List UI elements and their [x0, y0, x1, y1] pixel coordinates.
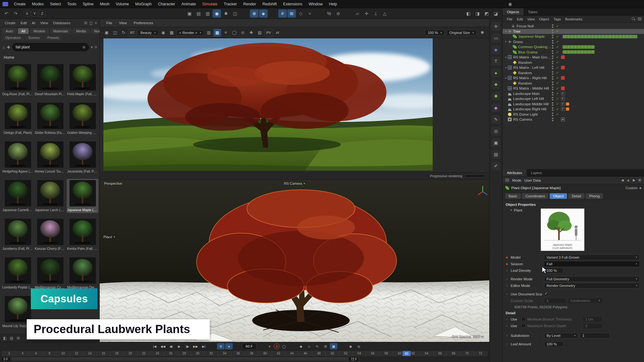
object-manager-menu-item[interactable]: Object [537, 17, 551, 21]
visibility-toggle-dots[interactable] [552, 30, 553, 33]
transport-button[interactable] [233, 343, 242, 349]
menu-item[interactable]: Tracker [221, 0, 240, 8]
toolbar-button[interactable]: % [325, 9, 333, 18]
asset-item[interactable]: Lombardy Poplar (Fall... [2, 256, 34, 290]
transport-button[interactable]: |◀ [151, 343, 158, 349]
menu-item[interactable]: Mesh [97, 0, 113, 8]
manager-tab[interactable]: Attributes [502, 169, 527, 176]
menu-item[interactable]: Modes [29, 0, 47, 8]
filter-menu-icon[interactable] [638, 18, 641, 20]
palette-tool-button[interactable]: ✛ [491, 22, 500, 31]
object-tag-icon[interactable] [561, 92, 565, 96]
transport-button[interactable]: ↻ [314, 343, 321, 349]
menu-item[interactable]: Animate [178, 0, 199, 8]
object-manager-menu-item[interactable]: Bookmarks [563, 17, 584, 21]
material-tags-strip[interactable] [563, 35, 637, 38]
toolbar-button[interactable]: ▣ [185, 9, 194, 18]
enable-check-icon[interactable]: ✓ [555, 86, 560, 90]
renderview-display-option[interactable]: Original Size [447, 30, 477, 36]
object-manager-menu-item[interactable]: Tags [552, 17, 563, 21]
min-branch-field[interactable]: 1 cm [583, 316, 602, 322]
material-tags-strip[interactable] [563, 50, 595, 54]
transport-button[interactable]: |▶ [184, 343, 191, 349]
expand-caret-icon[interactable]: ▾ [504, 56, 508, 59]
browser-settings-icon[interactable]: ≡ [95, 45, 97, 49]
visibility-toggle-dots[interactable] [552, 71, 553, 75]
menu-item[interactable]: Extensions [280, 0, 305, 8]
object-row[interactable]: ▾ RS Matrix - Right Hill ✓ [502, 75, 644, 81]
use-document-scale-checkbox[interactable] [544, 292, 548, 296]
object-manager-menu-item[interactable]: File [505, 17, 514, 21]
menu-item[interactable]: Character [155, 0, 178, 8]
transport-button[interactable]: ◆ [297, 343, 305, 349]
toolbar-button[interactable]: ⊕ [250, 9, 258, 18]
palette-tool-button[interactable]: ✐ [491, 162, 500, 170]
object-row[interactable]: RS Camera ✓ [502, 117, 644, 122]
range-end-field[interactable]: 72 F [348, 357, 359, 361]
browser-subfilter-tab[interactable]: Operators [2, 35, 24, 40]
menu-item[interactable]: Spline [80, 0, 97, 8]
viewport-canvas[interactable] [100, 180, 489, 342]
keyframe-circle-icon[interactable] [505, 334, 509, 337]
enable-check-icon[interactable]: ✓ [555, 60, 560, 64]
palette-tool-button[interactable]: T [491, 57, 500, 66]
visibility-toggle-dots[interactable] [552, 118, 553, 121]
timeline-scrubber[interactable]: 60 [402, 351, 411, 356]
keyframe-icon[interactable] [505, 256, 509, 259]
toolbar-button[interactable] [315, 9, 324, 18]
toolbar-button[interactable]: ↶ [2, 9, 11, 18]
range-start-field[interactable]: 0 F [1, 357, 10, 361]
visibility-toggle-dots[interactable] [552, 61, 553, 64]
visibility-toggle-dots[interactable] [552, 55, 553, 59]
palette-tool-button[interactable]: ▭ [491, 34, 500, 42]
enable-check-icon[interactable]: ✓ [555, 81, 560, 85]
toolbar-button[interactable] [343, 9, 353, 18]
browser-filter-tab[interactable]: Auto [2, 28, 17, 34]
attribute-tab[interactable]: Object [550, 193, 567, 199]
renderview-tool-button[interactable]: ▦ [168, 29, 175, 36]
enable-check-icon[interactable]: ✓ [555, 29, 560, 33]
renderview-tool-button[interactable]: ▩ [214, 29, 221, 36]
visibility-toggle-dots[interactable] [552, 66, 553, 69]
renderview-tool-button[interactable]: ▣ [103, 29, 110, 36]
enable-check-icon[interactable]: ✓ [555, 107, 560, 111]
asset-item[interactable]: Globe Robinia (Fall, Pl... [34, 101, 66, 136]
transport-button[interactable]: ◀| [167, 343, 175, 349]
palette-tool-button[interactable]: ◎ [491, 127, 500, 135]
toolbar-button[interactable] [240, 9, 249, 18]
grid-view-icon[interactable]: ⊞ [84, 21, 87, 25]
transport-button[interactable]: ▶▶ [192, 343, 199, 349]
asset-item[interactable]: Ginkgo (Fall, Plant) [2, 101, 34, 136]
toolbar-button[interactable]: ▱ [353, 9, 362, 18]
keyframe-circle-icon[interactable] [505, 343, 509, 346]
enable-check-icon[interactable]: ✓ [555, 71, 560, 75]
palette-tool-button[interactable]: ✎ [491, 115, 500, 124]
object-tag-icon[interactable] [561, 97, 565, 101]
object-tag-icon[interactable] [561, 55, 565, 59]
object-row[interactable]: Random ✓ [502, 60, 644, 65]
visibility-toggle-dots[interactable] [552, 97, 553, 101]
menubar-extra-icon[interactable]: ▣ [508, 2, 512, 6]
toolbar-button[interactable]: ⊥ [371, 9, 380, 18]
browser-filter-tab[interactable]: Models [30, 28, 48, 34]
model-dropdown[interactable]: Variant 3 Full-Grown [544, 255, 640, 260]
renderview-tool-button[interactable]: PV [264, 29, 273, 36]
transport-button[interactable]: ▶ [175, 343, 183, 349]
toolbar-button[interactable] [46, 9, 185, 18]
app-logo-icon[interactable] [3, 2, 8, 6]
home-icon[interactable]: ⌂ [3, 45, 5, 50]
enable-check-icon[interactable]: ✓ [555, 97, 560, 101]
timeline-ruler[interactable]: 2468101214161820222426283032343638404244… [1, 350, 488, 357]
browser-filter-tab[interactable]: Materials [50, 28, 72, 34]
mode-label[interactable]: Mode [512, 178, 521, 182]
active-camera-label[interactable]: RS Camera [284, 182, 305, 185]
object-row[interactable]: Common Quaking Grass ✓ [502, 44, 644, 50]
object-row[interactable]: Landscape Right Hill ✓ [502, 107, 644, 112]
toolbar-button[interactable] [20, 9, 23, 18]
visibility-toggle-dots[interactable] [552, 86, 553, 90]
object-row[interactable]: ▾ Grass ✓ [502, 39, 644, 45]
custom-preset-label[interactable]: Custom [625, 186, 637, 190]
visibility-toggle-dots[interactable] [552, 24, 553, 28]
visibility-toggle-dots[interactable] [552, 50, 553, 54]
enable-check-icon[interactable]: ✓ [555, 24, 560, 28]
